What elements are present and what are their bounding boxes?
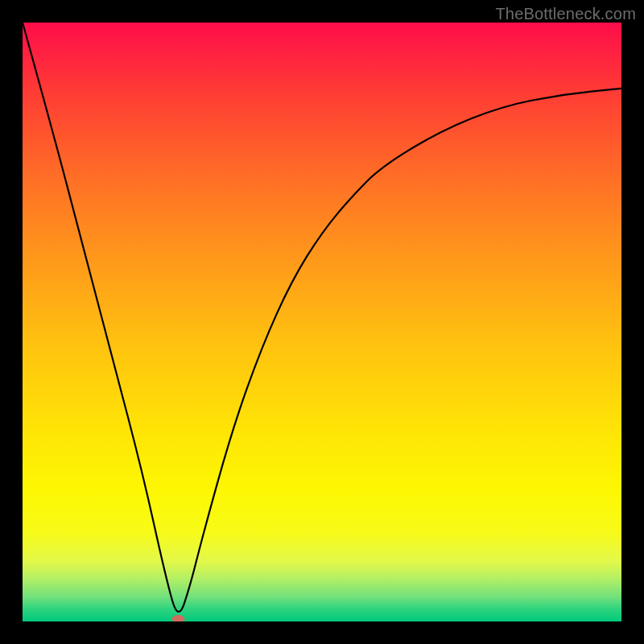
bottleneck-curve	[23, 23, 621, 621]
min-point-marker	[171, 615, 184, 621]
chart-frame: TheBottleneck.com	[0, 0, 644, 644]
plot-area	[23, 23, 621, 621]
curve-path	[23, 23, 621, 612]
watermark-text: TheBottleneck.com	[495, 5, 636, 23]
